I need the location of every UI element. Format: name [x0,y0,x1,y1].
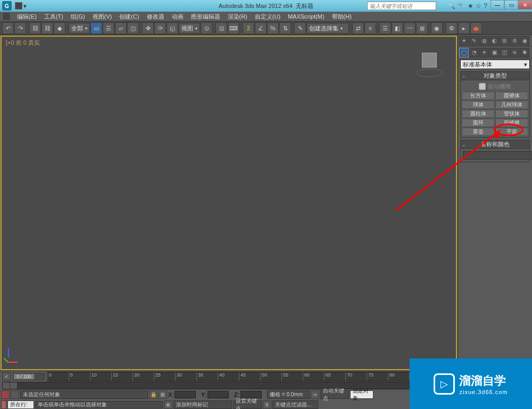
render-button[interactable]: 🫖 [470,22,482,34]
spacewarps-tab-icon[interactable]: ≋ [510,48,519,57]
autokey-button[interactable]: 自动关键点 [320,390,349,399]
select-region-button[interactable]: ▱ [115,22,127,34]
move-button[interactable]: ✥ [142,22,154,34]
helpers-tab-icon[interactable]: ◫ [500,48,509,57]
time-slider-handle[interactable]: 0 / 100 [13,373,35,380]
obj-sphere-button[interactable]: 球体 [462,101,495,109]
select-button[interactable]: ▭ [90,22,102,34]
unlink-button[interactable]: ⛓ [41,22,53,34]
snap-2d-button[interactable]: 2 [243,22,254,34]
search-input[interactable] [367,2,436,10]
scale-button[interactable]: ◱ [167,22,178,34]
window-crossing-button[interactable]: ◫ [127,22,139,34]
macro-rec-button[interactable] [1,400,6,409]
viewcube[interactable] [419,53,440,74]
maximize-button[interactable]: ▭ [504,0,518,10]
align-button[interactable]: ≡ [364,22,376,34]
object-name-input[interactable] [463,151,532,160]
coord-y-input[interactable] [207,391,229,398]
tools-icon-5[interactable]: ⊞ [500,36,509,46]
shapes-tab-icon[interactable]: ◔ [469,48,479,57]
menu-group[interactable]: 组(G) [68,13,88,21]
obj-box-button[interactable]: 长方体 [462,91,495,100]
setkey-button[interactable]: 设置关键点 [233,400,262,409]
obj-cone-button[interactable]: 圆锥体 [495,91,528,100]
help-icon[interactable]: ? [484,2,487,10]
timeline-config-button[interactable]: < [2,372,11,381]
edit-named-sel-button[interactable]: ✎ [294,22,306,34]
obj-teapot-button[interactable]: 茶壶 [462,128,495,136]
binoculars-icon[interactable]: 🔍 [447,2,455,10]
coord-x-input[interactable] [174,391,196,398]
link-button[interactable]: ⛓ [29,22,41,34]
viewcube-ring[interactable] [416,69,443,77]
minimize-button[interactable]: — [491,0,504,10]
viewcube-face[interactable] [422,53,437,68]
snap-percent-button[interactable]: % [267,22,279,34]
star-icon[interactable]: ★ [468,2,473,10]
tools-icon-1[interactable]: ✦ [459,36,469,46]
tools-icon-2[interactable]: ✎ [469,36,479,46]
mirror-button[interactable]: ⇄ [352,22,364,34]
viewport-label[interactable]: [+0 前 0 真实 [6,39,40,47]
cameras-tab-icon[interactable]: ▣ [489,48,499,57]
timetag-icon[interactable]: ⊕ [164,400,172,409]
script-mini-button[interactable] [11,390,19,399]
menu-view[interactable]: 视图(V) [89,13,115,21]
rollout-header-objtype[interactable]: -对象类型 [461,72,529,80]
keyboard-shortcut-button[interactable]: ⌨ [228,22,239,34]
named-selection-dropdown[interactable]: 创建选择集 [306,23,349,34]
layers-button[interactable]: ☰ [379,22,391,34]
obj-pyramid-button[interactable]: 四棱锥 [495,119,528,127]
menu-grip-icon[interactable] [2,12,11,21]
obj-plane-button[interactable]: 平面 [495,128,528,136]
snap-angle-button[interactable]: ∠ [255,22,267,34]
schematic-button[interactable]: ⊞ [416,22,428,34]
rollout-header-namecolor[interactable]: -名称和颜色 [461,140,529,149]
key-mode-button[interactable]: ⊸ [311,390,319,399]
obj-geosphere-button[interactable]: 几何球体 [495,101,528,109]
pivot-button[interactable]: ⊙ [201,22,212,34]
bind-button[interactable]: ◆ [54,22,65,34]
tools-icon-4[interactable]: ◐ [489,36,499,46]
graphite-button[interactable]: ◧ [392,22,403,34]
tools-icon-7[interactable]: ◉ [520,36,529,46]
menu-customize[interactable]: 自定义(U) [252,13,284,21]
menu-maxscript[interactable]: MAXScript(M) [285,13,327,20]
selection-filter-dropdown[interactable]: 全部 [69,23,90,34]
add-time-tag[interactable]: 添加时间标记 [173,400,232,409]
spinner-snap-button[interactable]: ⇅ [279,22,291,34]
lock-selection-button[interactable]: 🔒 [149,390,157,399]
favorite-icon[interactable]: ☆ [476,2,481,10]
menu-help[interactable]: 帮助(H) [329,13,355,21]
manipulate-button[interactable]: ⊡ [215,22,227,34]
selection-set-field[interactable]: 选定对象 [350,390,373,399]
rotate-button[interactable]: ⟳ [154,22,166,34]
lights-tab-icon[interactable]: ✦ [479,48,489,57]
key-filters-icon[interactable]: ↯ [263,400,271,409]
script-listener-button[interactable] [1,390,10,399]
obj-tube-button[interactable]: 管状体 [495,110,528,118]
ref-coord-dropdown[interactable]: 视图 [179,23,200,34]
key-filters-button[interactable]: 关键点过滤器... [272,400,318,409]
app-icon[interactable]: G [2,1,12,11]
menu-create[interactable]: 创建(C) [116,13,142,21]
undo-button[interactable]: ↶ [2,22,14,34]
render-setup-button[interactable]: ⚙ [446,22,458,34]
tools-icon-6[interactable]: ⚙ [510,36,519,46]
geometry-tab-icon[interactable]: ◯ [459,48,469,57]
redo-button[interactable]: ↷ [14,22,26,34]
menu-tools[interactable]: 工具(T) [41,13,66,21]
time-slider[interactable]: 0 / 100 [13,373,45,380]
menu-grapheditors[interactable]: 图形编辑器 [188,13,223,21]
systems-tab-icon[interactable]: ✱ [520,48,529,57]
qat-dropdown-icon[interactable]: ▾ [23,3,29,10]
menu-animation[interactable]: 动画 [169,13,187,21]
wrench-icon[interactable]: 🔧 [458,2,466,10]
trackbar-btn-2[interactable] [10,382,18,389]
viewport-front[interactable]: [+0 前 0 真实 [1,36,457,370]
curve-editor-button[interactable]: 〰 [404,22,415,34]
tools-icon-3[interactable]: ◍ [479,36,489,46]
obj-cylinder-button[interactable]: 圆柱体 [462,110,495,118]
primitive-category-dropdown[interactable]: 标准基本体▾ [460,60,530,69]
